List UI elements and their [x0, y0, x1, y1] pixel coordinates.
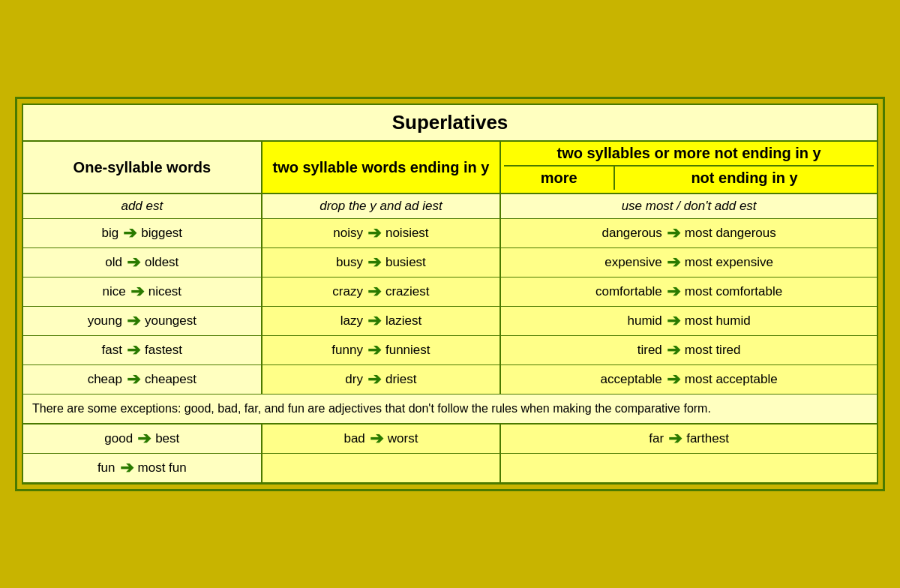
cell-col34: dangerous➔most dangerous [501, 219, 877, 248]
col34-sub-header: more not ending in y [504, 165, 874, 190]
rule-cell1: add est [23, 194, 262, 218]
data-rows: big➔biggest noisy➔noisiest dangerous➔mos… [23, 219, 877, 394]
table-row: big➔biggest noisy➔noisiest dangerous➔mos… [23, 219, 877, 248]
arrow-icon: ➔ [668, 429, 682, 448]
arrow-icon: ➔ [368, 224, 381, 243]
cell-col1: fast➔fastest [23, 336, 262, 364]
col34-header-top: two syllables or more not ending in y [556, 145, 820, 162]
cell-col1: fun➔most fun [23, 454, 262, 482]
cell-col2 [262, 454, 502, 482]
arrow-icon: ➔ [667, 370, 680, 389]
arrow-icon: ➔ [667, 253, 680, 272]
arrow-icon: ➔ [667, 282, 680, 302]
table-row: good➔best bad➔worst far➔farthest [23, 424, 877, 454]
bottom-rows: good➔best bad➔worst far➔farthest fun➔mos… [23, 424, 877, 483]
cell-col2: busy➔busiest [262, 248, 502, 277]
table-row: nice➔nicest crazy➔craziest comfortable➔m… [23, 278, 877, 307]
arrow-icon: ➔ [667, 311, 680, 331]
arrow-icon: ➔ [370, 429, 383, 448]
arrow-icon: ➔ [127, 311, 140, 331]
cell-col2: crazy➔craziest [262, 278, 502, 306]
table-row: cheap➔cheapest dry➔driest acceptable➔mos… [23, 365, 877, 394]
rule-cell34: use most / don't add est [501, 194, 877, 218]
cell-col2: lazy➔laziest [262, 307, 502, 335]
table-row: fast➔fastest funny➔funniest tired➔most t… [23, 336, 877, 365]
col3-sub-header: more [504, 166, 615, 190]
arrow-icon: ➔ [368, 340, 381, 360]
table-container: Superlatives One-syllable words two syll… [22, 104, 878, 484]
arrow-icon: ➔ [137, 429, 151, 448]
cell-col34: comfortable➔most comfortable [501, 278, 877, 306]
table-row: fun➔most fun [23, 454, 877, 483]
col2-header: two syllable words ending in y [262, 142, 502, 193]
cell-col1: big➔biggest [23, 219, 262, 248]
arrow-icon: ➔ [123, 224, 136, 243]
cell-col1: good➔best [23, 424, 262, 453]
arrow-icon: ➔ [667, 224, 680, 243]
cell-col34: tired➔most tired [501, 336, 877, 364]
cell-col2: funny➔funniest [262, 336, 502, 364]
cell-col1: nice➔nicest [23, 278, 262, 306]
table-title: Superlatives [23, 105, 877, 142]
arrow-icon: ➔ [368, 370, 381, 389]
col34-header: two syllables or more not ending in y mo… [501, 142, 877, 193]
arrow-icon: ➔ [120, 458, 134, 478]
cell-col2: dry➔driest [262, 365, 502, 394]
arrow-icon: ➔ [368, 311, 381, 331]
cell-col1: old➔oldest [23, 248, 262, 277]
cell-col2: noisy➔noisiest [262, 219, 502, 248]
arrow-icon: ➔ [667, 340, 680, 360]
cell-col2: bad➔worst [262, 424, 502, 453]
rules-row: add est drop the y and ad iest use most … [23, 194, 877, 219]
rule-cell2: drop the y and ad iest [262, 194, 502, 218]
arrow-icon: ➔ [127, 340, 140, 360]
cell-col1: young➔youngest [23, 307, 262, 335]
cell-col34: expensive➔most expensive [501, 248, 877, 277]
arrow-icon: ➔ [368, 282, 381, 302]
arrow-icon: ➔ [127, 253, 140, 272]
title-text: Superlatives [392, 111, 508, 134]
cell-col34: far➔farthest [501, 424, 877, 453]
outer-container: Superlatives One-syllable words two syll… [15, 97, 885, 491]
col4-sub-header: not ending in y [615, 166, 874, 190]
header-row: One-syllable words two syllable words en… [23, 142, 877, 194]
arrow-icon: ➔ [130, 282, 144, 302]
arrow-icon: ➔ [127, 370, 140, 389]
cell-col1: cheap➔cheapest [23, 365, 262, 394]
cell-col34 [501, 454, 877, 482]
cell-col34: acceptable➔most acceptable [501, 365, 877, 394]
arrow-icon: ➔ [368, 253, 381, 272]
cell-col34: humid➔most humid [501, 307, 877, 335]
table-row: young➔youngest lazy➔laziest humid➔most h… [23, 307, 877, 336]
col1-header: One-syllable words [23, 142, 262, 193]
table-row: old➔oldest busy➔busiest expensive➔most e… [23, 248, 877, 278]
exceptions-row: There are some exceptions: good, bad, fa… [23, 394, 877, 424]
